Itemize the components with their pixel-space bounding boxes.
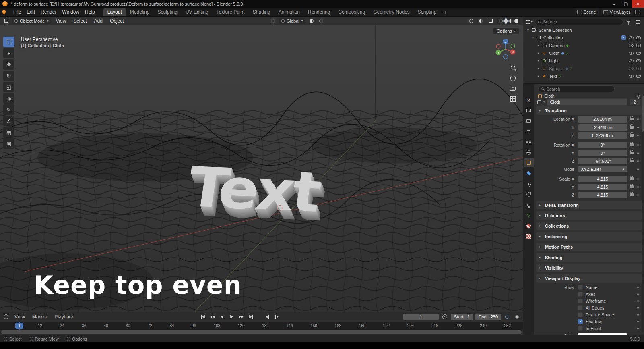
collapse-arrow-icon[interactable]: ▸ <box>536 74 541 78</box>
timeline-menu-marker[interactable]: Marker <box>30 314 50 320</box>
animate-dot[interactable] <box>637 328 639 329</box>
timeline-ruler[interactable]: 1 12 24 36 48 60 72 84 96 108 120 132 14… <box>0 322 523 330</box>
prev-frame-button[interactable] <box>264 314 271 320</box>
exclude-checkbox[interactable]: ✓ <box>621 35 626 40</box>
disable-render-icon[interactable] <box>636 75 641 78</box>
scale-z-field[interactable]: 4.815 <box>578 192 627 198</box>
scale-tool[interactable]: ◱ <box>3 82 14 92</box>
outliner-item-camera[interactable]: ▸ Camera ◆ <box>524 42 643 49</box>
disable-render-icon[interactable] <box>636 67 641 70</box>
render-tab[interactable] <box>524 106 534 115</box>
relations-section-header[interactable]: ▸Relations <box>536 211 642 220</box>
tab-uv-editing[interactable]: UV Editing <box>182 8 213 16</box>
minimize-button[interactable]: – <box>608 0 620 8</box>
options-dropdown[interactable]: Options ▾ <box>493 28 519 34</box>
mode-dropdown[interactable]: Object Mode ▾ <box>12 18 51 24</box>
viewport-display-section-header[interactable]: ▾ Viewport Display <box>536 274 642 283</box>
location-x-field[interactable]: 2.0104 m <box>578 116 627 123</box>
jump-end-button[interactable] <box>248 314 255 320</box>
viewport-menu-select[interactable]: Select <box>71 18 89 24</box>
animate-dot[interactable] <box>637 168 639 170</box>
prev-keyframe-button[interactable] <box>209 314 216 320</box>
tab-animation[interactable]: Animation <box>275 8 304 16</box>
lock-icon[interactable] <box>630 193 634 196</box>
properties-search-input[interactable] <box>546 87 611 91</box>
add-workspace-button[interactable]: + <box>441 9 450 16</box>
viewport-menu-view[interactable]: View <box>53 18 68 24</box>
transform-tool[interactable]: ◎ <box>3 93 14 104</box>
tab-modeling[interactable]: Modeling <box>126 8 154 16</box>
name-checkbox[interactable]: ✓ <box>578 285 583 290</box>
disable-render-icon[interactable] <box>636 52 641 55</box>
object-data-tab[interactable]: ▽ <box>524 211 534 220</box>
hide-eye-icon[interactable] <box>629 75 634 78</box>
shading-rendered-icon[interactable] <box>514 19 518 23</box>
current-frame-badge[interactable]: 1 <box>15 323 23 329</box>
menu-render[interactable]: Render <box>38 8 59 16</box>
hide-eye-icon[interactable] <box>629 52 634 55</box>
viewport-menu-object[interactable]: Object <box>107 18 126 24</box>
object-tab[interactable] <box>524 158 534 167</box>
scale-y-field[interactable]: 4.815 <box>578 184 627 190</box>
lock-icon[interactable] <box>630 143 634 146</box>
pan-hand-icon[interactable] <box>510 76 516 81</box>
tab-layout[interactable]: Layout <box>103 8 126 16</box>
timeline-editor-type-icon[interactable] <box>2 314 10 320</box>
end-frame-field[interactable]: End 250 <box>475 314 501 320</box>
tab-texture-paint[interactable]: Texture Paint <box>213 8 249 16</box>
shadow-checkbox[interactable]: ✓ <box>578 319 583 324</box>
shading-material-icon[interactable] <box>509 19 513 23</box>
maximize-button[interactable]: ▢ <box>620 0 632 8</box>
lock-icon[interactable] <box>630 126 634 129</box>
tab-compositing[interactable]: Compositing <box>334 8 369 16</box>
all-edges-checkbox[interactable]: ✓ <box>578 305 583 310</box>
start-frame-field[interactable]: Start 1 <box>451 314 473 320</box>
animate-dot[interactable] <box>637 160 639 162</box>
app-menu-icon[interactable] <box>2 9 9 15</box>
show-overlays-icon[interactable] <box>477 18 485 24</box>
new-collection-icon[interactable] <box>634 19 642 25</box>
outliner-item-sphere[interactable]: ▸ ▽ Sphere ◆ ▽ <box>524 64 643 72</box>
toggle-ortho-icon[interactable] <box>510 96 516 102</box>
output-tab[interactable] <box>524 116 534 125</box>
world-tab[interactable] <box>524 148 534 157</box>
hide-eye-icon[interactable] <box>629 44 634 47</box>
tab-shading[interactable]: Shading <box>249 8 275 16</box>
orientation-dropdown[interactable]: Global ▾ <box>279 18 305 24</box>
tab-geometry-nodes[interactable]: Geometry Nodes <box>369 8 414 16</box>
3d-viewport[interactable]: + ✥ ↻ ◱ ◎ ✎ ∠ ▦ ▣ User Perspective (1) C… <box>0 25 523 312</box>
animate-dot[interactable] <box>637 178 639 180</box>
animate-dot[interactable] <box>637 321 639 322</box>
auto-keyframe-icon[interactable] <box>504 314 511 320</box>
shading-section-header[interactable]: ▸Shading <box>536 253 642 262</box>
current-frame-field[interactable]: 1 <box>403 314 439 320</box>
wireframe-checkbox[interactable]: ✓ <box>578 299 583 303</box>
animate-dot[interactable] <box>637 118 639 120</box>
motion-paths-section-header[interactable]: ▸Motion Paths <box>536 243 642 251</box>
shading-solid-icon[interactable] <box>504 19 508 23</box>
menu-help[interactable]: Help <box>82 8 98 16</box>
outliner-search[interactable] <box>535 19 623 25</box>
collapse-arrow-icon[interactable]: ▸ <box>536 44 541 47</box>
constraints-tab[interactable] <box>524 200 534 209</box>
navigation-gizmo[interactable]: Z Y X <box>494 37 517 61</box>
axes-checkbox[interactable]: ✓ <box>578 292 583 297</box>
delta-transform-section-header[interactable]: ▸Delta Transform <box>536 201 642 209</box>
show-gizmos-icon[interactable] <box>468 18 475 24</box>
proportional-edit-icon[interactable] <box>318 18 325 24</box>
cursor-tool[interactable]: + <box>3 48 14 58</box>
viewlayer-selector[interactable]: ViewLayer <box>601 9 633 15</box>
timeline-scrollbar[interactable] <box>0 330 523 335</box>
hide-eye-icon[interactable] <box>629 67 634 70</box>
tool-tab[interactable]: × <box>524 96 534 104</box>
color-swatch[interactable] <box>578 333 627 335</box>
lock-icon[interactable] <box>630 118 634 120</box>
collapse-arrow-icon[interactable]: ▸ <box>536 66 541 70</box>
menu-file[interactable]: File <box>10 8 24 16</box>
lock-icon[interactable] <box>630 152 634 154</box>
tab-sculpting[interactable]: Sculpting <box>154 8 182 16</box>
outliner-item-cloth[interactable]: ▸ ▽ Cloth ◆ ▽ <box>524 49 643 57</box>
animate-dot[interactable] <box>637 127 639 128</box>
animate-dot[interactable] <box>637 194 639 196</box>
toggle-xray-icon[interactable] <box>487 18 494 24</box>
